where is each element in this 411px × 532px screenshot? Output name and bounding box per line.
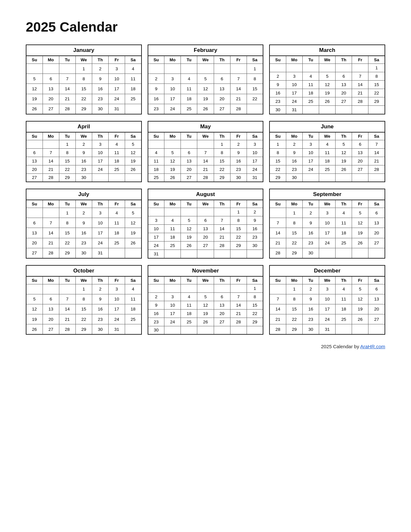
day-header-fr: Fr	[230, 276, 247, 284]
day-cell-empty	[303, 106, 319, 114]
day-cell-empty	[319, 64, 336, 72]
day-header-we: We	[197, 276, 214, 284]
day-header-th: Th	[336, 276, 352, 284]
day-cell-15: 15	[59, 228, 75, 238]
day-header-we: We	[197, 56, 214, 64]
day-cell-20: 20	[26, 238, 43, 248]
day-cell-25: 25	[108, 238, 125, 248]
day-cell-15: 15	[368, 81, 385, 89]
day-cell-empty	[214, 64, 230, 74]
day-cell-empty	[214, 250, 230, 258]
day-cell-empty	[43, 64, 59, 74]
day-header-th: Th	[92, 200, 108, 208]
day-cell-empty	[303, 64, 319, 72]
day-header-th: Th	[92, 132, 108, 140]
day-cell-11: 11	[148, 157, 164, 165]
day-cell-26: 26	[352, 314, 368, 324]
month-name-january: January	[26, 45, 142, 56]
day-cell-empty	[319, 173, 336, 182]
day-cell-29: 29	[368, 97, 385, 106]
day-header-sa: Sa	[368, 200, 385, 208]
day-cell-7: 7	[269, 294, 286, 304]
day-cell-29: 29	[286, 248, 302, 258]
day-cell-26: 26	[352, 238, 368, 248]
day-header-su: Su	[148, 132, 164, 140]
day-cell-19: 19	[164, 165, 181, 173]
day-cell-empty	[269, 64, 286, 72]
day-cell-7: 7	[230, 292, 247, 301]
day-cell-21: 21	[230, 94, 247, 104]
day-cell-16: 16	[148, 94, 164, 104]
day-cell-12: 12	[125, 148, 142, 157]
day-cell-empty	[26, 284, 43, 294]
day-cell-17: 17	[303, 157, 319, 165]
day-header-sa: Sa	[125, 276, 142, 284]
day-cell-11: 11	[108, 218, 125, 228]
day-cell-21: 21	[269, 314, 286, 324]
day-cell-2: 2	[148, 292, 164, 301]
day-cell-empty	[197, 250, 214, 258]
day-cell-13: 13	[43, 84, 59, 94]
day-cell-2: 2	[230, 140, 247, 148]
day-header-mo: Mo	[164, 200, 181, 208]
day-cell-30: 30	[148, 326, 164, 334]
day-cell-18: 18	[108, 157, 125, 165]
day-cell-25: 25	[303, 97, 319, 106]
day-cell-empty	[92, 173, 108, 182]
day-cell-26: 26	[26, 104, 43, 114]
day-cell-9: 9	[303, 218, 319, 228]
day-cell-17: 17	[319, 228, 336, 238]
day-cell-9: 9	[247, 216, 263, 225]
day-cell-29: 29	[59, 173, 75, 182]
day-cell-23: 23	[75, 165, 92, 173]
day-cell-24: 24	[303, 165, 319, 173]
day-cell-27: 27	[43, 324, 59, 334]
day-cell-20: 20	[214, 309, 230, 318]
day-cell-21: 21	[59, 94, 75, 104]
day-header-tu: Tu	[59, 56, 75, 64]
day-cell-5: 5	[336, 140, 352, 148]
day-cell-24: 24	[148, 241, 164, 250]
day-cell-7: 7	[197, 148, 214, 157]
day-cell-10: 10	[108, 74, 125, 84]
day-cell-11: 11	[319, 148, 336, 157]
footer-link[interactable]: AraHR.com	[360, 344, 385, 349]
day-cell-empty	[336, 248, 352, 258]
day-cell-1: 1	[59, 140, 75, 148]
day-cell-24: 24	[108, 94, 125, 104]
day-cell-22: 22	[75, 94, 92, 104]
day-cell-empty	[164, 140, 181, 148]
day-cell-20: 20	[336, 89, 352, 97]
day-cell-25: 25	[319, 165, 336, 173]
day-cell-7: 7	[214, 216, 230, 225]
day-header-tu: Tu	[303, 56, 319, 64]
day-header-tu: Tu	[59, 200, 75, 208]
day-cell-30: 30	[230, 173, 247, 182]
day-cell-21: 21	[43, 165, 59, 173]
day-cell-28: 28	[269, 324, 286, 334]
day-cell-8: 8	[286, 294, 302, 304]
day-cell-empty	[181, 326, 197, 334]
day-cell-empty	[43, 284, 59, 294]
day-cell-28: 28	[43, 173, 59, 182]
day-cell-17: 17	[108, 304, 125, 314]
day-cell-22: 22	[286, 314, 302, 324]
day-cell-empty	[26, 140, 43, 148]
day-cell-6: 6	[214, 74, 230, 84]
day-cell-27: 27	[43, 104, 59, 114]
day-cell-14: 14	[352, 81, 368, 89]
day-cell-empty	[164, 326, 181, 334]
day-cell-18: 18	[164, 233, 181, 241]
day-cell-30: 30	[247, 241, 263, 250]
day-cell-1: 1	[247, 64, 263, 74]
day-cell-16: 16	[286, 157, 302, 165]
day-cell-9: 9	[92, 294, 108, 304]
day-cell-empty	[164, 208, 181, 216]
day-header-th: Th	[336, 56, 352, 64]
day-cell-20: 20	[214, 94, 230, 104]
month-name-august: August	[148, 189, 263, 200]
day-cell-25: 25	[181, 104, 197, 114]
day-cell-14: 14	[43, 157, 59, 165]
day-cell-empty	[214, 326, 230, 334]
day-cell-18: 18	[303, 89, 319, 97]
